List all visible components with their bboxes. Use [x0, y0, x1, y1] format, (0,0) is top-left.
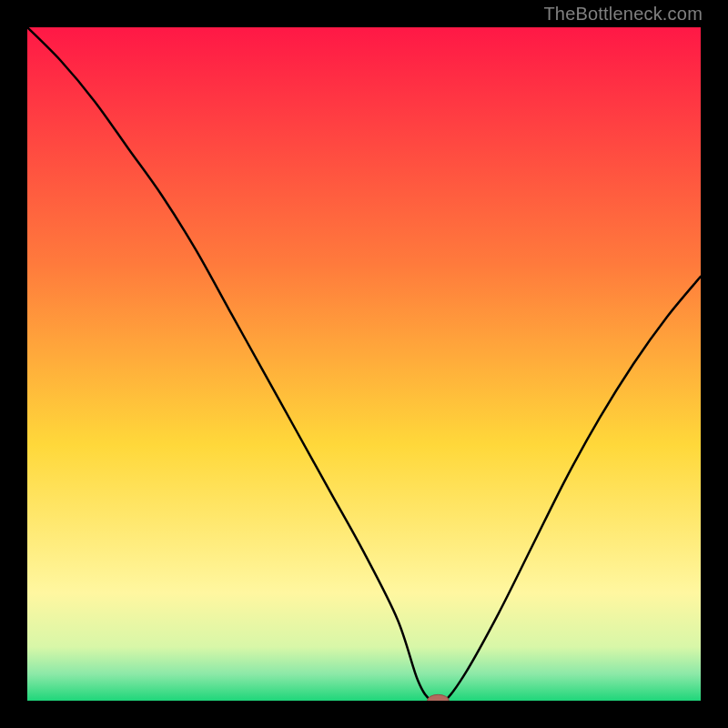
chart-frame: TheBottleneck.com	[0, 0, 728, 728]
watermark-text: TheBottleneck.com	[543, 4, 703, 25]
bottleneck-chart	[27, 27, 701, 701]
plot-area	[27, 27, 701, 701]
gradient-background	[27, 27, 701, 701]
